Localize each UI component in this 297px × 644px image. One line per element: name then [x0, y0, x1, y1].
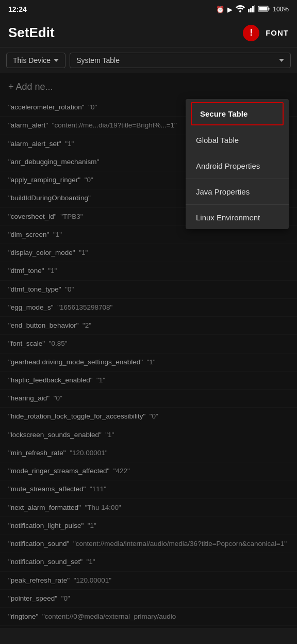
dropdown-item-android-properties[interactable]: Android Properties	[186, 154, 289, 178]
alarm-icon: ⏰	[216, 6, 224, 13]
dropdown-divider	[186, 153, 289, 153]
svg-rect-4	[254, 5, 255, 12]
svg-rect-3	[252, 6, 254, 12]
content-area: + Add ne... "accelerometer_rotation" "0"…	[0, 73, 297, 628]
svg-rect-7	[269, 8, 270, 10]
dropdown-item-java-properties[interactable]: Java Properties	[186, 180, 289, 203]
device-selector[interactable]: This Device	[6, 53, 65, 68]
app-bar: SetEdit ! FONT	[0, 19, 297, 47]
table-label: System Table	[76, 56, 120, 65]
svg-point-0	[239, 10, 241, 12]
play-icon: ▶	[227, 6, 233, 13]
status-time: 12:24	[8, 5, 27, 13]
dropdown-divider	[186, 204, 289, 205]
svg-rect-2	[250, 8, 252, 12]
alert-icon[interactable]: !	[243, 25, 259, 41]
dropdown-item-secure-table[interactable]: Secure Table	[191, 102, 284, 125]
app-title: SetEdit	[8, 25, 55, 41]
table-chevron-icon	[279, 59, 284, 62]
dropdown-item-linux-environment[interactable]: Linux Environment	[186, 206, 289, 229]
signal-icon	[248, 5, 255, 14]
svg-rect-1	[248, 9, 250, 12]
table-selector[interactable]: System Table	[70, 53, 291, 68]
font-button[interactable]: FONT	[266, 28, 289, 37]
device-label: This Device	[13, 56, 51, 65]
status-icons: ⏰ ▶ 100%	[216, 5, 289, 14]
dropdown-divider	[186, 179, 289, 179]
app-bar-actions: ! FONT	[243, 25, 289, 41]
selector-row: This Device System Table	[0, 47, 297, 73]
status-bar: 12:24 ⏰ ▶	[0, 0, 297, 19]
wifi-icon	[236, 5, 245, 14]
device-chevron-icon	[54, 59, 59, 62]
dropdown-item-global-table[interactable]: Global Table	[186, 128, 289, 152]
battery-icon	[258, 6, 270, 13]
battery-percent: 100%	[273, 6, 289, 13]
dropdown-menu: Secure TableGlobal TableAndroid Properti…	[186, 99, 289, 229]
svg-rect-6	[259, 7, 268, 10]
